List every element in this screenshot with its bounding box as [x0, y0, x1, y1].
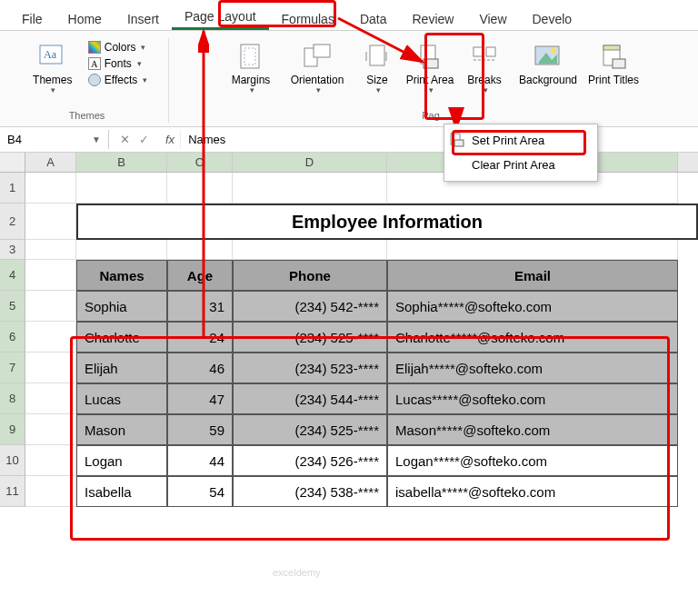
cell-age[interactable]: 46: [167, 353, 233, 383]
svg-rect-5: [314, 45, 330, 57]
themes-button[interactable]: Aa Themes▾: [25, 40, 81, 105]
spreadsheet-grid[interactable]: A B C D E 1 2Employee Information 3 4Nam…: [0, 153, 698, 507]
cell-name[interactable]: Elijah: [76, 353, 167, 383]
print-area-button[interactable]: Print Area▾: [404, 40, 455, 105]
row-header[interactable]: 8: [0, 383, 25, 414]
row-header[interactable]: 7: [0, 353, 25, 383]
cell-email[interactable]: Charlotte*****@softeko.com: [387, 322, 678, 353]
cell-phone[interactable]: (234) 525-****: [233, 322, 387, 353]
colors-icon: [88, 41, 101, 54]
fx-icon[interactable]: fx: [160, 133, 180, 146]
cell-age[interactable]: 44: [167, 445, 233, 476]
row-header[interactable]: 4: [0, 260, 25, 291]
cell-name[interactable]: Lucas: [76, 383, 167, 414]
margins-button[interactable]: Margins▾: [223, 40, 279, 105]
row-header[interactable]: 10: [0, 445, 25, 476]
row-5: 5 Sophia 31 (234) 542-**** Sophia*****@s…: [0, 291, 698, 322]
svg-rect-9: [474, 47, 483, 56]
cancel-icon[interactable]: ✕: [120, 133, 130, 146]
cell-phone[interactable]: (234) 525-****: [233, 414, 387, 445]
menu-home[interactable]: Home: [55, 8, 115, 30]
header-age[interactable]: Age: [167, 260, 233, 291]
cell-email[interactable]: isabella*****@softeko.com: [387, 476, 678, 507]
svg-rect-15: [603, 45, 620, 50]
group-page-setup: Margins▾ Orientation▾ Size▾ Print Area▾ …: [169, 38, 693, 123]
formula-icons: ✕ ✓: [109, 133, 160, 146]
menu-review[interactable]: Review: [400, 8, 467, 30]
colors-button[interactable]: Colors▾: [86, 40, 149, 55]
row-header[interactable]: 3: [0, 240, 25, 260]
cell-name[interactable]: Logan: [76, 445, 167, 476]
cell-email[interactable]: Mason*****@softeko.com: [387, 414, 678, 445]
select-all-corner[interactable]: [0, 153, 25, 172]
menu-file[interactable]: File: [9, 8, 55, 30]
row-3: 3: [0, 240, 698, 260]
orientation-button[interactable]: Orientation▾: [284, 40, 350, 105]
row-header[interactable]: 2: [0, 204, 25, 240]
cell-age[interactable]: 47: [167, 383, 233, 414]
col-header-c[interactable]: C: [167, 153, 233, 172]
header-names[interactable]: Names: [76, 260, 167, 291]
breaks-button[interactable]: Breaks▾: [461, 40, 508, 105]
menu-view[interactable]: View: [466, 8, 519, 30]
row-9: 9 Mason 59 (234) 525-**** Mason*****@sof…: [0, 414, 698, 445]
set-print-area-item[interactable]: Set Print Area: [444, 128, 597, 153]
title-cell[interactable]: Employee Information: [76, 204, 698, 240]
row-header[interactable]: 11: [0, 476, 25, 507]
menu-formulas[interactable]: Formulas: [269, 8, 347, 30]
name-box[interactable]: B4▼: [0, 130, 109, 149]
background-button[interactable]: Background: [514, 40, 583, 105]
breaks-icon: [470, 42, 499, 71]
print-area-icon: [415, 42, 444, 71]
cell-email[interactable]: Sophia*****@softeko.com: [387, 291, 678, 322]
themes-icon: Aa: [38, 42, 67, 71]
row-7: 7 Elijah 46 (234) 523-**** Elijah*****@s…: [0, 353, 698, 383]
cell-phone[interactable]: (234) 544-****: [233, 383, 387, 414]
svg-rect-16: [613, 59, 625, 68]
col-header-d[interactable]: D: [233, 153, 387, 172]
formula-input[interactable]: Names: [180, 130, 698, 149]
cell-email[interactable]: Lucas*****@softeko.com: [387, 383, 678, 414]
cell-email[interactable]: Logan*****@softeko.com: [387, 445, 678, 476]
confirm-icon[interactable]: ✓: [139, 133, 149, 146]
cell-email[interactable]: Elijah*****@softeko.com: [387, 353, 678, 383]
fonts-icon: A: [88, 57, 101, 70]
cell-age[interactable]: 59: [167, 414, 233, 445]
background-icon: [533, 42, 563, 71]
row-header[interactable]: 1: [0, 173, 25, 204]
cell-phone[interactable]: (234) 538-****: [233, 476, 387, 507]
menu-insert[interactable]: Insert: [115, 8, 172, 30]
orientation-icon: [303, 42, 332, 71]
watermark: exceldemy: [273, 567, 321, 578]
print-titles-icon: [599, 42, 628, 71]
col-header-b[interactable]: B: [76, 153, 167, 172]
row-header[interactable]: 5: [0, 291, 25, 322]
fonts-button[interactable]: AFonts▾: [86, 56, 149, 71]
menu-page-layout[interactable]: Page Layout: [172, 5, 269, 30]
effects-button[interactable]: Effects▾: [86, 73, 149, 87]
cell-name[interactable]: Isabella: [76, 476, 167, 507]
row-header[interactable]: 9: [0, 414, 25, 445]
cell-name[interactable]: Mason: [76, 414, 167, 445]
cell-phone[interactable]: (234) 542-****: [233, 291, 387, 322]
print-titles-button[interactable]: Print Titles: [588, 40, 639, 105]
cell-name[interactable]: Charlotte: [76, 322, 167, 353]
menu-data[interactable]: Data: [347, 8, 400, 30]
cell-name[interactable]: Sophia: [76, 291, 167, 322]
cell-phone[interactable]: (234) 523-****: [233, 353, 387, 383]
header-email[interactable]: Email: [387, 260, 678, 291]
ribbon: Aa Themes▾ Colors▾ AFonts▾ Effects▾ Them…: [0, 31, 698, 127]
header-phone[interactable]: Phone: [233, 260, 387, 291]
clear-print-area-item[interactable]: Clear Print Area: [444, 153, 597, 177]
cell-age[interactable]: 54: [167, 476, 233, 507]
cell-phone[interactable]: (234) 526-****: [233, 445, 387, 476]
row-11: 11 Isabella 54 (234) 538-**** isabella**…: [0, 476, 698, 507]
menu-developer[interactable]: Develo: [520, 8, 585, 30]
size-button[interactable]: Size▾: [355, 40, 399, 105]
group-themes: Aa Themes▾ Colors▾ AFonts▾ Effects▾ Them…: [5, 38, 169, 123]
cell-age[interactable]: 24: [167, 322, 233, 353]
cell-age[interactable]: 31: [167, 291, 233, 322]
col-header-a[interactable]: A: [25, 153, 76, 172]
row-10: 10 Logan 44 (234) 526-**** Logan*****@so…: [0, 445, 698, 476]
row-header[interactable]: 6: [0, 322, 25, 353]
